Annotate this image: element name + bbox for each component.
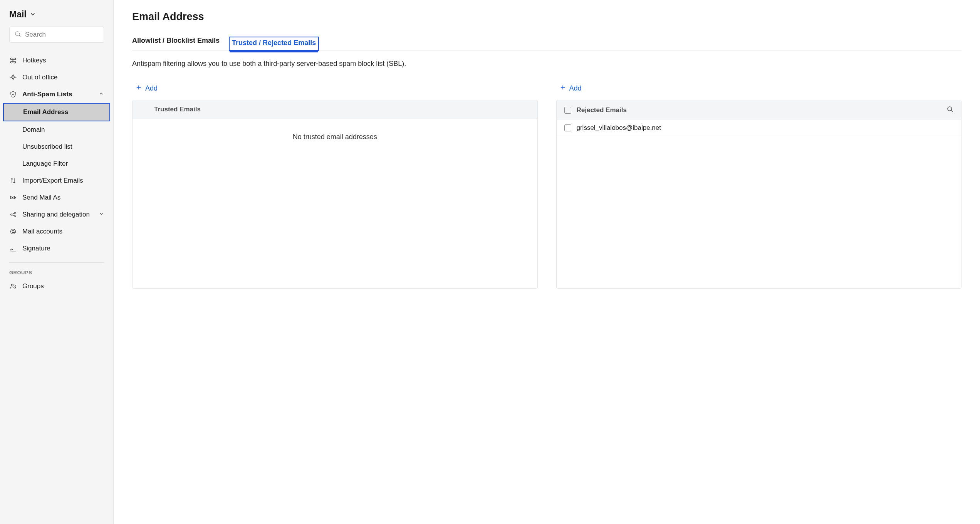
nav-label: Sharing and delegation bbox=[22, 211, 90, 218]
section-header-groups: GROUPS bbox=[0, 263, 113, 278]
panel-title: Trusted Emails bbox=[154, 106, 201, 113]
trusted-panel-header: Trusted Emails bbox=[133, 100, 537, 119]
nav-sub-label: Email Address bbox=[23, 108, 68, 116]
add-rejected-button[interactable]: Add bbox=[556, 84, 962, 100]
nav-groups[interactable]: Groups bbox=[3, 278, 110, 295]
nav-sub-label: Unsubscribed list bbox=[22, 143, 72, 151]
chevron-down-icon bbox=[30, 9, 36, 20]
nav-label: Anti-Spam Lists bbox=[22, 91, 72, 98]
nav-label: Hotkeys bbox=[22, 57, 46, 64]
nav-list-groups: Groups bbox=[0, 278, 113, 295]
at-icon bbox=[9, 228, 17, 235]
trusted-column: Add Trusted Emails No trusted email addr… bbox=[132, 84, 538, 289]
share-icon bbox=[9, 211, 17, 218]
nav-sub-label: Domain bbox=[22, 126, 45, 134]
shield-icon bbox=[9, 91, 17, 98]
trusted-empty-state: No trusted email addresses bbox=[133, 119, 537, 155]
nav-list: Hotkeys Out of office Anti-Spam Lists Em… bbox=[0, 52, 113, 257]
nav-sharing-delegation[interactable]: Sharing and delegation bbox=[3, 206, 110, 223]
airplane-icon bbox=[9, 74, 17, 81]
search-rejected-button[interactable] bbox=[946, 106, 953, 114]
command-icon bbox=[9, 57, 17, 64]
nav-label: Signature bbox=[22, 245, 50, 252]
people-icon bbox=[9, 282, 17, 290]
chevron-up-icon bbox=[99, 91, 104, 98]
nav-sub-label: Language Filter bbox=[22, 160, 68, 168]
nav-mail-accounts[interactable]: Mail accounts bbox=[3, 223, 110, 240]
nav-anti-spam-lists[interactable]: Anti-Spam Lists bbox=[3, 86, 110, 103]
rejected-panel: Rejected Emails grissel_villalobos@ibalp… bbox=[556, 100, 962, 289]
search-icon bbox=[14, 30, 25, 39]
tab-allowlist-blocklist[interactable]: Allowlist / Blocklist Emails bbox=[132, 37, 220, 50]
two-column-layout: Add Trusted Emails No trusted email addr… bbox=[132, 84, 962, 289]
nav-send-mail-as[interactable]: Send Mail As bbox=[3, 189, 110, 206]
svg-rect-2 bbox=[10, 196, 15, 199]
tab-trusted-rejected[interactable]: Trusted / Rejected Emails bbox=[229, 37, 319, 51]
nav-hotkeys[interactable]: Hotkeys bbox=[3, 52, 110, 69]
nav-anti-spam-sublist: Email Address Domain Unsubscribed list L… bbox=[3, 103, 110, 172]
rejected-panel-body: grissel_villalobos@ibalpe.net bbox=[557, 120, 962, 288]
svg-point-7 bbox=[11, 284, 13, 286]
sidebar: Mail Hotkeys Out of office Anti-Spa bbox=[0, 0, 114, 524]
add-label: Add bbox=[145, 84, 158, 92]
search-input[interactable] bbox=[25, 31, 99, 39]
nav-sub-unsubscribed[interactable]: Unsubscribed list bbox=[3, 138, 110, 155]
add-trusted-button[interactable]: Add bbox=[132, 84, 538, 100]
tab-label: Trusted / Rejected Emails bbox=[232, 39, 316, 47]
description-text: Antispam filtering allows you to use bot… bbox=[132, 60, 962, 68]
nav-signature[interactable]: Signature bbox=[3, 240, 110, 257]
nav-sub-email-address[interactable]: Email Address bbox=[3, 103, 110, 121]
main-content: Email Address Allowlist / Blocklist Emai… bbox=[114, 0, 980, 524]
signature-icon bbox=[9, 245, 17, 252]
nav-sub-domain[interactable]: Domain bbox=[3, 121, 110, 138]
chevron-down-icon bbox=[99, 211, 104, 218]
sidebar-module-selector[interactable]: Mail bbox=[0, 9, 113, 27]
nav-label: Import/Export Emails bbox=[22, 177, 83, 185]
trusted-panel: Trusted Emails No trusted email addresse… bbox=[132, 100, 538, 289]
svg-point-0 bbox=[15, 32, 20, 36]
svg-point-8 bbox=[948, 107, 952, 111]
row-checkbox[interactable] bbox=[564, 124, 571, 131]
tabs: Allowlist / Blocklist Emails Trusted / R… bbox=[132, 37, 962, 50]
select-all-checkbox[interactable] bbox=[564, 107, 571, 114]
trusted-panel-body: No trusted email addresses bbox=[133, 119, 537, 288]
rejected-panel-header: Rejected Emails bbox=[557, 100, 962, 120]
tab-label: Allowlist / Blocklist Emails bbox=[132, 37, 220, 44]
rejected-email-row[interactable]: grissel_villalobos@ibalpe.net bbox=[557, 120, 962, 136]
nav-import-export[interactable]: Import/Export Emails bbox=[3, 172, 110, 189]
mail-send-icon bbox=[9, 194, 17, 202]
nav-label: Send Mail As bbox=[22, 194, 60, 202]
svg-line-9 bbox=[951, 110, 952, 111]
rejected-column: Add Rejected Emails grissel_villalobos@i… bbox=[556, 84, 962, 289]
arrows-up-down-icon bbox=[9, 177, 17, 185]
nav-out-of-office[interactable]: Out of office bbox=[3, 69, 110, 86]
svg-line-1 bbox=[19, 35, 20, 36]
page-title: Email Address bbox=[132, 11, 962, 23]
svg-point-6 bbox=[12, 230, 14, 232]
plus-icon bbox=[559, 84, 566, 93]
nav-label: Out of office bbox=[22, 74, 57, 81]
nav-label: Groups bbox=[22, 282, 44, 290]
search-input-wrapper[interactable] bbox=[9, 27, 104, 43]
nav-label: Mail accounts bbox=[22, 228, 62, 235]
sidebar-header-label: Mail bbox=[9, 9, 27, 20]
email-address-text: grissel_villalobos@ibalpe.net bbox=[577, 124, 661, 132]
add-label: Add bbox=[569, 84, 582, 92]
plus-icon bbox=[135, 84, 142, 93]
panel-title: Rejected Emails bbox=[577, 106, 627, 114]
nav-sub-language-filter[interactable]: Language Filter bbox=[3, 155, 110, 172]
